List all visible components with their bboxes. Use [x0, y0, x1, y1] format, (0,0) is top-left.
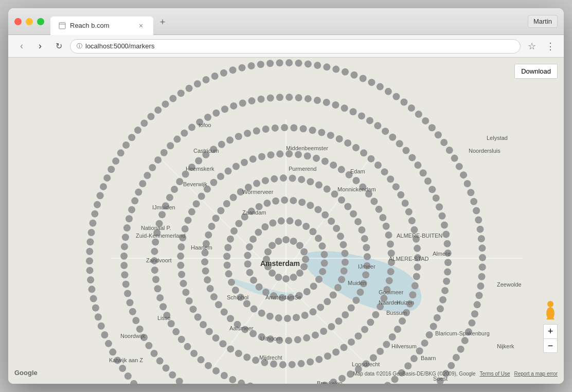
- url-text: localhost:5000/markers: [85, 42, 514, 50]
- zoom-out-button[interactable]: −: [543, 338, 558, 353]
- pegman-svg: [545, 301, 556, 320]
- download-button[interactable]: Download: [514, 64, 558, 79]
- svg-rect-0: [59, 23, 65, 29]
- pegman-icon[interactable]: [543, 300, 558, 321]
- tab-title: Reach b.com: [70, 22, 110, 29]
- back-button[interactable]: ‹: [14, 39, 29, 54]
- tab-close-button[interactable]: ×: [137, 22, 145, 30]
- map-controls: + −: [543, 300, 558, 353]
- lock-icon: ⓘ: [77, 42, 82, 50]
- tab-bar: Reach b.com × +: [50, 12, 528, 31]
- browser-tab[interactable]: Reach b.com ×: [50, 16, 153, 35]
- map-dots-canvas: [8, 58, 564, 384]
- new-tab-button[interactable]: +: [155, 15, 170, 30]
- map-container[interactable]: LelystadNoordersluisMiddenbeemsterEdamCa…: [8, 58, 564, 384]
- zoom-in-button[interactable]: +: [543, 324, 558, 338]
- minimize-button[interactable]: [26, 18, 33, 25]
- user-profile-button[interactable]: Martin: [528, 15, 558, 28]
- svg-point-7: [547, 301, 553, 307]
- url-bar[interactable]: ⓘ localhost:5000/markers: [70, 39, 521, 54]
- maximize-button[interactable]: [37, 18, 44, 25]
- refresh-button[interactable]: ↻: [51, 39, 66, 54]
- forward-button[interactable]: ›: [33, 39, 47, 54]
- close-button[interactable]: [14, 18, 22, 25]
- title-bar: Reach b.com × + Martin: [8, 8, 564, 35]
- menu-button[interactable]: ⋮: [543, 39, 558, 54]
- bookmark-button[interactable]: ☆: [525, 39, 539, 54]
- tab-favicon-icon: [59, 22, 66, 29]
- browser-window: Reach b.com × + Martin ‹ › ↻ ⓘ localhost…: [8, 8, 564, 384]
- address-bar: ‹ › ↻ ⓘ localhost:5000/markers ☆ ⋮: [8, 35, 564, 58]
- window-controls: [14, 18, 44, 25]
